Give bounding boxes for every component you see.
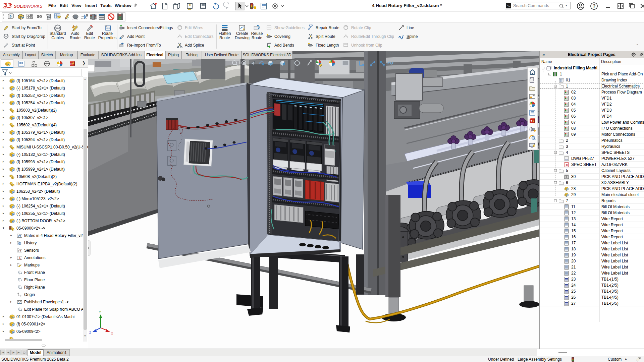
svg-text:S: S — [70, 62, 72, 66]
svg-text:⚙: ⚙ — [566, 164, 568, 167]
svg-text:Z: Z — [89, 331, 91, 334]
svg-text:S: S — [530, 120, 532, 123]
svg-text:DWG: DWG — [565, 159, 568, 161]
svg-text:X: X — [111, 332, 113, 335]
svg-text:A: A — [19, 257, 21, 260]
svg-text:Y: Y — [99, 311, 101, 314]
svg-text:?: ? — [593, 3, 596, 9]
svg-text:SOLIDWORKS: SOLIDWORKS — [14, 4, 43, 9]
